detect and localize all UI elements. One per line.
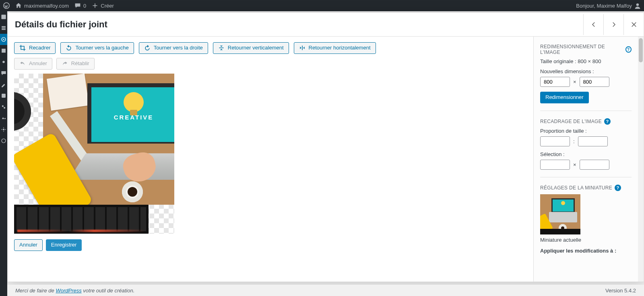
image-canvas[interactable]: CREATIVE [14,74,174,234]
attachment-image: CREATIVE [14,74,174,234]
admin-menu-collapsed [0,11,7,296]
rotate-left-button[interactable]: Tourner vers la gauche [60,42,134,54]
menu-item[interactable] [0,101,7,113]
apply-to-label: Appliquer les modifications à : [540,248,632,254]
new-content[interactable]: Créer [92,2,114,9]
thumb-heading: RÉGLAGES DE LA MINIATURE ? [540,185,632,191]
ratio-separator: : [573,138,575,144]
undo-button: Annuler [14,58,52,70]
undo-icon [19,60,26,67]
menu-item[interactable] [0,56,7,68]
wp-version: Version 5.4.2 [605,288,636,294]
menu-item[interactable] [0,23,7,34]
new-dims-label: Nouvelles dimensions : [540,68,632,74]
admin-footer: Merci de faire de WordPress votre outil … [7,285,644,296]
flip-horizontal-button[interactable]: Retourner horizontalement [294,42,376,54]
comments-link[interactable]: 0 [74,2,86,9]
chevron-left-icon [590,21,597,28]
redo-button: Rétablir [56,58,95,70]
help-icon[interactable]: ? [604,118,611,125]
svg-rect-6 [2,94,6,98]
menu-item[interactable] [0,11,7,23]
svg-point-5 [2,61,5,63]
redo-icon [62,60,68,67]
dimension-separator: × [573,162,576,168]
site-link[interactable]: maximemalfoy.com [15,2,69,9]
flip-h-label: Retourner horizontalement [309,45,371,51]
current-thumbnail [540,194,580,234]
aspect-height-input[interactable] [578,136,608,146]
menu-item[interactable] [0,68,7,79]
scale-height-input[interactable] [580,77,609,87]
aspect-width-input[interactable] [540,136,570,146]
menu-item-media[interactable] [0,34,7,45]
menu-item[interactable] [0,135,7,146]
modal-title: Détails du fichier joint [8,13,583,36]
svg-point-7 [2,105,4,107]
svg-point-0 [4,3,9,8]
original-size: Taille originale : 800 × 800 [540,58,632,64]
flip-vertical-button[interactable]: Retourner verticalement [213,42,289,54]
svg-point-1 [636,3,639,6]
rotate-right-button[interactable]: Tourner vers la droite [139,42,208,54]
crop-label: Recadrer [29,45,50,51]
admin-bar: maximemalfoy.com 0 Créer Bonjour, Maxime… [0,0,644,11]
menu-item[interactable] [0,124,7,135]
crop-icon [19,45,26,51]
chevron-right-icon [610,21,617,28]
thumb-caption: Miniature actuelle [540,237,632,243]
wp-logo[interactable] [3,2,10,9]
svg-point-10 [2,139,6,143]
selection-label: Sélection : [540,151,632,157]
next-attachment-button[interactable] [603,14,623,35]
scale-heading: REDIMENSIONNEMENT DE L'IMAGE ? [540,44,632,55]
crop-heading: RECADRAGE DE L'IMAGE ? [540,118,632,125]
site-name: maximemalfoy.com [24,3,69,9]
undo-label: Annuler [29,60,47,67]
close-icon [630,21,638,28]
comments-count: 0 [83,3,86,9]
crop-button[interactable]: Recadrer [14,42,56,54]
wordpress-link[interactable]: WordPress [56,288,81,294]
rotate-right-icon [144,45,151,51]
svg-point-8 [4,107,5,109]
save-button[interactable]: Enregistrer [46,239,82,251]
image-editor-main: Recadrer Tourner vers la gauche Tourner … [8,37,533,282]
help-icon[interactable]: ? [625,46,632,53]
menu-item[interactable] [0,113,7,124]
selection-width-input[interactable] [540,160,570,170]
svg-point-9 [3,129,4,130]
prev-attachment-button[interactable] [583,14,603,35]
image-editor-sidebar: REDIMENSIONNEMENT DE L'IMAGE ? Taille or… [533,37,644,282]
dimension-separator: × [573,79,576,85]
help-icon[interactable]: ? [615,185,621,191]
cancel-button[interactable]: Annuler [14,239,43,251]
flip-vertical-icon [218,45,225,51]
aspect-label: Proportion de taille : [540,128,632,134]
footer-credit: Merci de faire de WordPress votre outil … [15,288,134,294]
menu-item[interactable] [0,79,7,90]
scale-width-input[interactable] [540,77,570,87]
attachment-details-modal: Détails du fichier joint Recadrer Tourne… [7,12,644,282]
redo-label: Rétablir [71,60,89,67]
avatar-icon [634,2,641,9]
sidebar-scrollbar[interactable] [638,37,644,282]
rotate-left-label: Tourner vers la gauche [75,45,128,51]
user-greeting[interactable]: Bonjour, Maxime Malfoy [576,2,641,9]
menu-item[interactable] [0,45,7,56]
svg-rect-2 [1,14,6,19]
svg-rect-4 [2,49,6,53]
rotate-right-label: Tourner vers la droite [154,45,203,51]
scale-button[interactable]: Redimensionner [540,92,589,103]
close-modal-button[interactable] [623,14,644,35]
flip-horizontal-icon [299,45,305,51]
flip-v-label: Retourner verticalement [228,45,284,51]
modal-header: Détails du fichier joint [8,13,644,37]
selection-height-input[interactable] [580,160,609,170]
rotate-left-icon [66,45,72,51]
menu-item[interactable] [0,90,7,101]
new-label: Créer [101,3,114,9]
